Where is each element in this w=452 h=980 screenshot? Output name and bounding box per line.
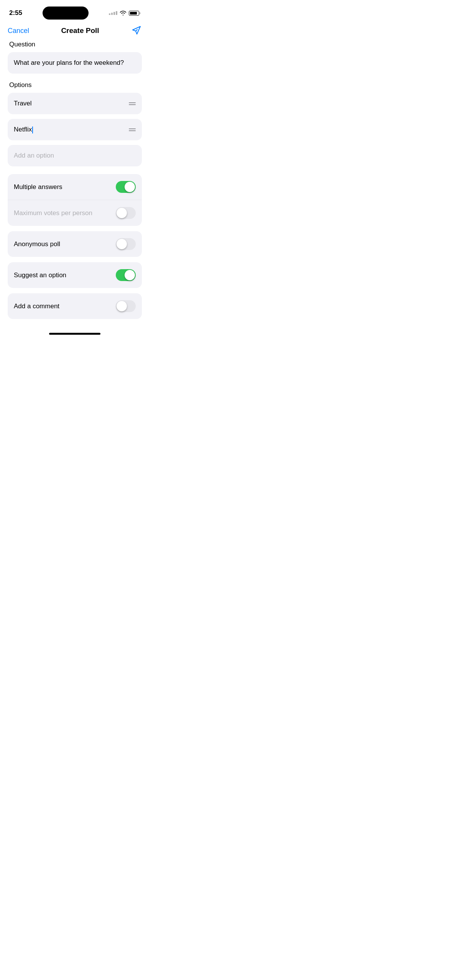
signal-icon xyxy=(109,11,117,15)
page-title: Create Poll xyxy=(61,26,99,35)
battery-icon xyxy=(129,11,140,16)
add-comment-slider xyxy=(116,300,136,312)
settings-row-max-votes: Maximum votes per person xyxy=(8,200,142,226)
anonymous-poll-toggle[interactable] xyxy=(116,238,136,250)
option-text-1: Travel xyxy=(14,100,32,107)
settings-row-comment: Add a comment xyxy=(8,293,142,319)
status-time: 2:55 xyxy=(9,9,22,17)
wifi-icon xyxy=(120,10,127,16)
question-section: Question xyxy=(8,41,142,74)
option-row-2[interactable]: Netflix xyxy=(8,119,142,140)
settings-card-3: Suggest an option xyxy=(8,262,142,288)
options-label: Options xyxy=(8,81,142,89)
home-indicator xyxy=(0,327,150,338)
settings-row-anonymous: Anonymous poll xyxy=(8,231,142,257)
option-text-2: Netflix xyxy=(14,126,33,133)
nav-bar: Cancel Create Poll xyxy=(0,21,150,41)
settings-row-multiple-answers: Multiple answers xyxy=(8,174,142,200)
send-icon xyxy=(131,25,142,36)
content-area: Question Options Travel Netflix Add an o… xyxy=(0,41,150,319)
add-comment-toggle[interactable] xyxy=(116,300,136,312)
dynamic-island xyxy=(43,7,89,20)
drag-handle-1[interactable] xyxy=(129,102,136,105)
option-row-1[interactable]: Travel xyxy=(8,93,142,114)
settings-card-2: Anonymous poll xyxy=(8,231,142,257)
multiple-answers-label: Multiple answers xyxy=(14,183,62,191)
settings-card-1: Multiple answers Maximum votes per perso… xyxy=(8,174,142,226)
add-comment-label: Add a comment xyxy=(14,303,59,310)
suggest-option-slider xyxy=(116,269,136,281)
status-bar: 2:55 xyxy=(0,0,150,21)
multiple-answers-slider xyxy=(116,181,136,193)
anonymous-poll-slider xyxy=(116,238,136,250)
text-cursor xyxy=(32,127,33,133)
question-input[interactable] xyxy=(8,52,142,74)
options-section: Options Travel Netflix Add an option xyxy=(8,81,142,166)
max-votes-toggle[interactable] xyxy=(116,207,136,219)
suggest-option-toggle[interactable] xyxy=(116,269,136,281)
home-bar xyxy=(49,333,100,335)
drag-handle-2[interactable] xyxy=(129,128,136,131)
send-button[interactable] xyxy=(131,25,142,37)
suggest-option-label: Suggest an option xyxy=(14,271,66,279)
settings-card-4: Add a comment xyxy=(8,293,142,319)
multiple-answers-toggle[interactable] xyxy=(116,181,136,193)
max-votes-slider xyxy=(116,207,136,219)
question-label: Question xyxy=(8,41,142,48)
settings-row-suggest: Suggest an option xyxy=(8,262,142,288)
cancel-button[interactable]: Cancel xyxy=(8,27,29,35)
status-icons xyxy=(109,10,140,16)
option-row-placeholder[interactable]: Add an option xyxy=(8,145,142,166)
anonymous-poll-label: Anonymous poll xyxy=(14,240,60,248)
option-placeholder-text: Add an option xyxy=(14,152,54,159)
max-votes-label: Maximum votes per person xyxy=(14,209,92,217)
